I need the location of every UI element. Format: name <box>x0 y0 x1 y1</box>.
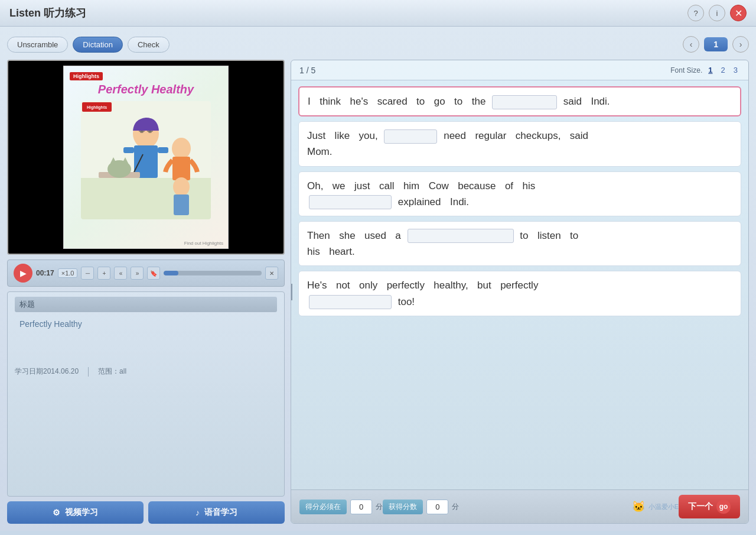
video-label: 视频学习 <box>65 507 98 518</box>
svg-rect-2 <box>81 178 211 219</box>
dictation-header: 1 / 5 Font Size. 1 2 3 <box>291 60 748 80</box>
highlights-badge: Highlights <box>70 72 103 80</box>
sentence-5-blank[interactable] <box>309 295 392 309</box>
book-cover-inner: Highlights Perfectly Healthy <box>63 66 229 249</box>
next-label: 下一个 <box>688 501 713 512</box>
next-button[interactable]: 下一个 go <box>679 495 740 518</box>
sentence-3-part1: Oh, we just call him Cow because of his <box>307 180 535 192</box>
must-score-section: 得分必须在 0 分 <box>299 500 383 514</box>
svg-rect-16 <box>174 194 189 215</box>
sentence-4-blank[interactable] <box>408 229 514 243</box>
sentence-5-part2: too! <box>398 296 415 307</box>
book-cover: Highlights Perfectly Healthy <box>7 60 285 255</box>
play-button[interactable]: ▶ <box>14 264 32 283</box>
study-date: 学习日期2014.06.20 <box>15 367 79 377</box>
sentence-2-part2: need regular checkups, said <box>444 130 588 141</box>
earned-label: 获得分数 <box>383 500 423 514</box>
vol-down-btn[interactable]: ─ <box>81 267 94 280</box>
svg-point-13 <box>172 138 191 159</box>
sentence-2-blank[interactable] <box>384 129 437 144</box>
prev-page-arrow[interactable]: ‹ <box>683 36 699 53</box>
vol-up-btn[interactable]: + <box>97 267 110 280</box>
right-panel: ◀ 1 / 5 Font Size. 1 2 3 I think he's sc… <box>291 60 749 524</box>
svg-point-15 <box>173 177 190 196</box>
sentence-4-part3: his heart. <box>307 246 355 257</box>
font-size-3[interactable]: 3 <box>731 65 740 75</box>
fast-forward-btn[interactable]: » <box>131 267 144 280</box>
speed-badge[interactable]: ×1.0 <box>58 268 78 278</box>
svg-rect-6 <box>158 147 168 153</box>
sentence-card-2: Just like you, need regular checkups, sa… <box>298 121 741 166</box>
sentence-1-blank[interactable] <box>492 95 557 109</box>
next-page-arrow[interactable]: › <box>732 36 749 53</box>
bookmark-btn[interactable]: 🔖 <box>147 267 160 280</box>
must-score-value: 0 <box>350 500 372 514</box>
collapse-arrow[interactable]: ◀ <box>291 284 292 300</box>
info-button[interactable]: i <box>709 5 725 21</box>
next-icon: go <box>716 500 731 514</box>
sentence-card-5: He's not only perfectly healthy, but per… <box>298 271 741 316</box>
sentences-container: I think he's scared to go to the said In… <box>291 80 748 489</box>
info-footer: 学习日期2014.06.20 范围：all <box>15 367 277 377</box>
play-icon: ▶ <box>20 268 27 278</box>
earned-score-section: 获得分数 0 分 <box>383 500 459 514</box>
close-player-btn[interactable]: ✕ <box>265 267 278 280</box>
font-size-label: Font Size. <box>670 66 702 74</box>
title-bar: Listen 听力练习 ? i ✕ <box>0 0 756 27</box>
sentence-card-3: Oh, we just call him Cow because of his … <box>298 171 741 216</box>
sentence-4-part2: to listen to <box>520 230 578 241</box>
page-indicator: 1 <box>704 37 728 51</box>
rewind-btn[interactable]: « <box>114 267 127 280</box>
help-button[interactable]: ? <box>687 5 704 21</box>
audio-label: 语音学习 <box>204 507 237 518</box>
player-controls: ▶ 00:17 ×1.0 ─ + « » 🔖 ✕ <box>7 260 285 287</box>
book-name: Perfectly Healthy <box>15 317 277 331</box>
sentence-1-part2: said Indi. <box>563 96 610 107</box>
main-container: Unscramble Dictation Check ‹ 1 › Highlig… <box>0 27 756 531</box>
tab-check[interactable]: Check <box>128 37 170 53</box>
font-size-2[interactable]: 2 <box>719 65 728 75</box>
sentence-card-4: Then she used a to listen to his heart. <box>298 221 741 266</box>
sentence-card-1: I think he's scared to go to the said In… <box>298 86 741 116</box>
book-illustration: Highlights <box>81 101 211 219</box>
video-icon: ⚙ <box>53 508 60 517</box>
close-button[interactable]: ✕ <box>730 5 747 21</box>
svg-rect-5 <box>123 147 134 153</box>
watermark: 🐱 小温爱小E <box>632 500 679 513</box>
bottom-buttons: ⚙ 视频学习 ♪ 语音学习 <box>7 501 285 524</box>
svg-text:Highlights: Highlights <box>87 105 107 110</box>
earned-unit: 分 <box>452 502 459 512</box>
sentence-3-blank[interactable] <box>309 195 392 209</box>
font-size-1[interactable]: 1 <box>706 65 715 75</box>
content-area: Highlights Perfectly Healthy <box>7 60 749 524</box>
watermark-text: 小温爱小E <box>649 502 679 511</box>
video-study-button[interactable]: ⚙ 视频学习 <box>7 501 144 524</box>
book-cover-title: Perfectly Healthy <box>98 83 194 96</box>
page-number: 1 / 5 <box>299 66 315 75</box>
sentence-2-part1: Just like you, <box>307 130 378 141</box>
score-bar: 得分必须在 0 分 获得分数 0 分 🐱 小温爱小E 下一个 go <box>291 489 748 523</box>
time-display: 00:17 <box>36 269 54 277</box>
sentence-1-part1: I think he's scared to go to the <box>308 96 485 107</box>
divider <box>88 367 89 377</box>
tab-dictation[interactable]: Dictation <box>73 37 123 53</box>
svg-rect-14 <box>172 157 190 180</box>
app-title: Listen 听力练习 <box>9 6 86 20</box>
illustration-svg: Highlights <box>81 101 211 219</box>
section-title: 标题 <box>15 297 277 312</box>
info-panel: 标题 Perfectly Healthy 学习日期2014.06.20 范围：a… <box>7 291 285 497</box>
audio-icon: ♪ <box>195 508 200 517</box>
earned-value: 0 <box>426 500 448 514</box>
range: 范围：all <box>98 367 126 377</box>
progress-bar-fill <box>164 271 178 275</box>
sentence-3-part2: explained Indi. <box>398 196 469 207</box>
title-bar-controls: ? i ✕ <box>687 5 747 21</box>
must-score-unit: 分 <box>376 502 383 512</box>
tab-unscramble[interactable]: Unscramble <box>7 37 68 53</box>
progress-bar[interactable] <box>164 271 262 275</box>
must-score-label: 得分必须在 <box>299 500 347 514</box>
sentence-2-part3: Mom. <box>307 146 333 157</box>
audio-study-button[interactable]: ♪ 语音学习 <box>148 501 285 524</box>
toolbar: Unscramble Dictation Check ‹ 1 › <box>7 34 749 55</box>
font-size-controls: Font Size. 1 2 3 <box>670 65 740 75</box>
